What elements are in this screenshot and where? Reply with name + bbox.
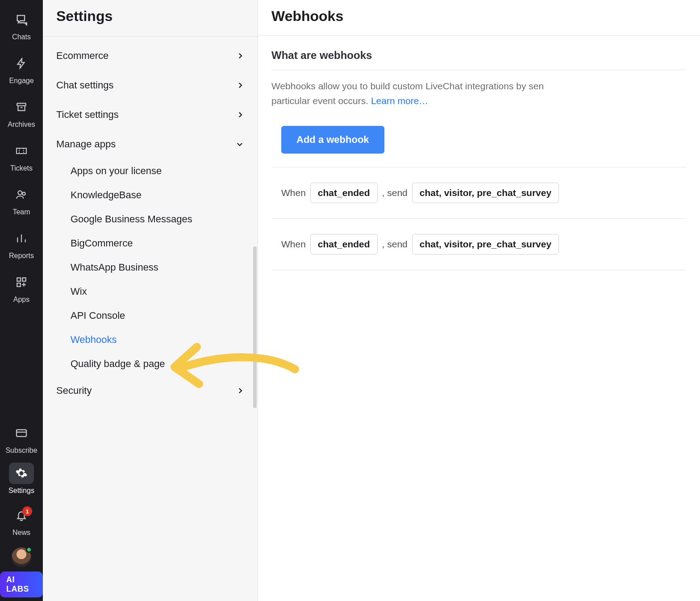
sidebar-item-security[interactable]: Security bbox=[43, 376, 258, 405]
nav-archives[interactable]: Archives bbox=[0, 90, 43, 134]
sidebar-sub-quality-badge[interactable]: Quality badge & page bbox=[43, 352, 258, 376]
sidebar-item-label: KnowledgeBase bbox=[71, 189, 142, 200]
event-pill[interactable]: chat_ended bbox=[310, 183, 378, 203]
chevron-right-icon bbox=[236, 111, 244, 119]
sidebar-item-label: Chat settings bbox=[56, 79, 113, 91]
section-title: What are webhooks bbox=[271, 49, 687, 70]
add-webhook-button[interactable]: Add a webhook bbox=[281, 126, 384, 154]
settings-sidebar: Settings Ecommerce Chat settings Ticket … bbox=[43, 0, 258, 601]
nav-apps[interactable]: Apps bbox=[0, 265, 43, 309]
nav-subscribe-label: Subscribe bbox=[5, 447, 37, 455]
nav-tickets-label: Tickets bbox=[10, 164, 33, 172]
sidebar-sub-webhooks[interactable]: Webhooks bbox=[43, 328, 258, 352]
svg-rect-6 bbox=[17, 430, 26, 436]
sidebar-item-label: Security bbox=[56, 385, 92, 396]
scrollbar[interactable] bbox=[253, 246, 257, 408]
nav-settings-label: Settings bbox=[8, 487, 34, 495]
sidebar-sub-apps-on-license[interactable]: Apps on your license bbox=[43, 159, 258, 183]
sidebar-item-label: Google Business Messages bbox=[71, 213, 192, 225]
sidebar-sub-bigcommerce[interactable]: BigCommerce bbox=[43, 231, 258, 255]
nav-rail: Chats Engage Archives Tickets Team Repor… bbox=[0, 0, 43, 601]
when-label: When bbox=[281, 239, 306, 250]
team-icon bbox=[15, 188, 28, 201]
send-label: , send bbox=[382, 239, 408, 250]
chevron-down-icon bbox=[235, 140, 244, 148]
nav-news[interactable]: 1 News bbox=[0, 498, 43, 542]
news-badge: 1 bbox=[22, 506, 32, 516]
sidebar-sub-google-business[interactable]: Google Business Messages bbox=[43, 207, 258, 231]
sidebar-item-label: API Console bbox=[71, 310, 125, 321]
webhook-rule: When chat_ended , send chat, visitor, pr… bbox=[271, 167, 687, 218]
card-icon bbox=[15, 427, 28, 439]
nav-news-label: News bbox=[12, 529, 30, 537]
desc-line-2: particular event occurs. bbox=[271, 96, 371, 106]
chevron-right-icon bbox=[236, 387, 244, 395]
page-title: Webhooks bbox=[271, 8, 687, 25]
sidebar-item-manage-apps[interactable]: Manage apps bbox=[43, 129, 258, 159]
svg-rect-4 bbox=[22, 278, 26, 281]
nav-reports-label: Reports bbox=[9, 252, 34, 260]
svg-point-1 bbox=[18, 191, 22, 195]
settings-list: Ecommerce Chat settings Ticket settings … bbox=[43, 37, 258, 414]
bell-icon: 1 bbox=[15, 509, 28, 522]
sidebar-item-chat-settings[interactable]: Chat settings bbox=[43, 71, 258, 100]
svg-rect-5 bbox=[17, 283, 21, 287]
sidebar-item-label: WhatsApp Business bbox=[71, 262, 158, 273]
nav-tickets[interactable]: Tickets bbox=[0, 134, 43, 178]
bolt-icon bbox=[15, 57, 28, 70]
sidebar-item-label: Wix bbox=[71, 286, 87, 297]
desc-line-1: Webhooks allow you to build custom LiveC… bbox=[271, 81, 544, 91]
ticket-icon bbox=[15, 145, 28, 157]
apps-icon bbox=[15, 276, 28, 288]
payload-pill[interactable]: chat, visitor, pre_chat_survey bbox=[412, 234, 559, 255]
svg-point-2 bbox=[22, 192, 25, 196]
gear-icon bbox=[15, 467, 28, 480]
sidebar-item-label: Quality badge & page bbox=[71, 358, 165, 369]
nav-engage[interactable]: Engage bbox=[0, 46, 43, 90]
sidebar-item-label: BigCommerce bbox=[71, 238, 133, 249]
sidebar-item-label: Manage apps bbox=[56, 138, 116, 150]
sidebar-item-label: Apps on your license bbox=[71, 165, 162, 176]
sidebar-item-label: Ticket settings bbox=[56, 109, 119, 121]
event-pill[interactable]: chat_ended bbox=[310, 234, 378, 255]
nav-archives-label: Archives bbox=[8, 121, 35, 129]
webhook-rule: When chat_ended , send chat, visitor, pr… bbox=[271, 218, 687, 270]
when-label: When bbox=[281, 188, 306, 198]
settings-header: Settings bbox=[43, 0, 258, 37]
sidebar-sub-wix[interactable]: Wix bbox=[43, 280, 258, 304]
send-label: , send bbox=[382, 188, 408, 198]
sidebar-sub-whatsapp[interactable]: WhatsApp Business bbox=[43, 255, 258, 280]
bar-chart-icon bbox=[15, 232, 28, 245]
ai-labs-button[interactable]: AI LABS bbox=[0, 572, 43, 597]
nav-engage-label: Engage bbox=[9, 77, 33, 85]
nav-team-label: Team bbox=[12, 208, 30, 216]
nav-subscribe[interactable]: Subscribe bbox=[0, 416, 43, 460]
nav-team[interactable]: Team bbox=[0, 178, 43, 221]
chevron-right-icon bbox=[236, 52, 244, 60]
svg-rect-3 bbox=[17, 278, 21, 281]
payload-pill[interactable]: chat, visitor, pre_chat_survey bbox=[412, 183, 559, 203]
archive-icon bbox=[15, 101, 28, 113]
sidebar-item-label: Webhooks bbox=[71, 334, 117, 345]
avatar[interactable] bbox=[11, 547, 32, 568]
section-description: Webhooks allow you to build custom LiveC… bbox=[271, 70, 687, 111]
sidebar-item-label: Ecommerce bbox=[56, 50, 108, 62]
sidebar-item-ecommerce[interactable]: Ecommerce bbox=[43, 41, 258, 71]
nav-chats[interactable]: Chats bbox=[0, 3, 43, 46]
svg-rect-0 bbox=[17, 103, 26, 105]
nav-apps-label: Apps bbox=[13, 296, 29, 304]
main-content: Webhooks What are webhooks Webhooks allo… bbox=[258, 0, 700, 601]
learn-more-link[interactable]: Learn more… bbox=[371, 96, 428, 106]
sidebar-sub-api-console[interactable]: API Console bbox=[43, 304, 258, 328]
nav-settings[interactable]: Settings bbox=[0, 460, 43, 498]
chat-icon bbox=[15, 13, 28, 26]
chevron-right-icon bbox=[236, 81, 244, 89]
settings-title: Settings bbox=[56, 8, 244, 25]
nav-reports[interactable]: Reports bbox=[0, 221, 43, 265]
presence-indicator bbox=[26, 547, 32, 553]
nav-chats-label: Chats bbox=[12, 33, 31, 41]
sidebar-sub-knowledgebase[interactable]: KnowledgeBase bbox=[43, 183, 258, 207]
sidebar-item-ticket-settings[interactable]: Ticket settings bbox=[43, 100, 258, 129]
main-header: Webhooks bbox=[258, 0, 700, 36]
